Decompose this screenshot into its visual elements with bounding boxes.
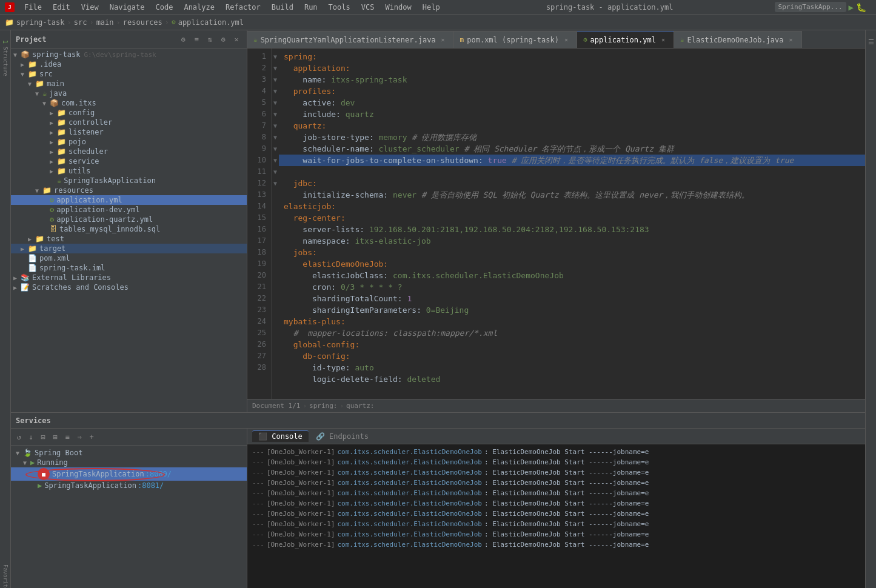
tab-elastic-demo[interactable]: ☕ ElasticDemoOneJob.java ✕ (674, 31, 802, 48)
bottom-panel: Services ↺ ↓ ⊟ ⊞ ≡ ⇒ + (11, 412, 865, 588)
services-item-app2[interactable]: ▶ ▶ SpringTaskApplication :8081/ (11, 481, 247, 490)
arrow-listener: ▶ (50, 129, 57, 136)
tab-java-icon-elastic: ☕ (680, 36, 684, 44)
panel-settings-btn[interactable]: ⚙ (178, 34, 189, 45)
structure-icon[interactable]: Structure (1, 52, 10, 70)
menu-analyze[interactable]: Analyze (179, 2, 219, 13)
menu-build[interactable]: Build (267, 2, 298, 13)
tree-item-src[interactable]: ▼ 📁 src (11, 69, 247, 79)
tree-item-idea[interactable]: ▶ 📁 .idea (11, 59, 247, 69)
menu-run[interactable]: Run (299, 2, 323, 13)
spring-boot-icon: 🍃 (23, 449, 32, 457)
src-icon-java: ☕ (42, 89, 47, 98)
menu-refactor[interactable]: Refactor (221, 2, 266, 13)
panel-tree-btn[interactable]: ≡ (191, 34, 202, 45)
services-refresh-btn[interactable]: ↺ (13, 432, 24, 443)
menu-window[interactable]: Window (380, 2, 416, 13)
right-icon-1[interactable]: ☰ (866, 33, 876, 51)
tree-item-scratches[interactable]: ▶ 📝 Scratches and Consoles (11, 282, 247, 292)
breadcrumb-resources[interactable]: resources (123, 18, 162, 27)
log-line: --- [OneJob_Worker-1] com.itxs.scheduler… (252, 498, 860, 509)
tree-item-controller[interactable]: ▶ 📁 controller (11, 118, 247, 127)
tree-item-spring-task-app[interactable]: ▶ ☕ SpringTaskApplication (11, 176, 247, 185)
tree-label-sql: tables_mysql_innodb.sql (59, 225, 160, 233)
tree-item-pojo[interactable]: ▶ 📁 pojo (11, 137, 247, 147)
tree-item-iml[interactable]: ▶ 📄 spring-task.iml (11, 263, 247, 273)
folder-icon-controller: 📁 (57, 118, 66, 127)
menu-view[interactable]: View (76, 2, 104, 13)
menu-vcs[interactable]: VCS (356, 2, 379, 13)
tree-item-utils[interactable]: ▶ 📁 utils (11, 166, 247, 176)
services-panel: ↺ ↓ ⊟ ⊞ ≡ ⇒ + ▼ 🍃 Spri (11, 429, 247, 588)
app1-stop-btn[interactable]: ■ (38, 468, 50, 480)
run-config-label: SpringTaskApp... (775, 2, 846, 12)
tree-item-resources[interactable]: ▼ 📁 resources (11, 185, 247, 195)
folder-icon-utils: 📁 (57, 167, 66, 175)
services-add-btn[interactable]: + (86, 432, 97, 443)
panel-title: Project (16, 35, 175, 44)
tab-application-yml[interactable]: ⚙ application.yml ✕ (577, 31, 674, 48)
console-tab-console[interactable]: ⬛ Console (252, 430, 309, 442)
panel-gear-btn[interactable]: ⚙ (218, 34, 229, 45)
services-item-app1[interactable]: ▶ ■ SpringTaskApplication :8080/ (11, 467, 247, 481)
services-item-running[interactable]: ▼ ▶ Running (11, 458, 247, 467)
console-tab-endpoints[interactable]: 🔗 Endpoints (310, 431, 375, 442)
tree-item-application-dev-yml[interactable]: ▶ ⚙ application-dev.yml (11, 205, 247, 215)
tab-pom[interactable]: m pom.xml (spring-task) ✕ (454, 31, 577, 48)
tree-item-target[interactable]: ▶ 📁 target (11, 244, 247, 253)
menu-help[interactable]: Help (418, 2, 445, 13)
tab-close-spring-quartz[interactable]: ✕ (439, 36, 447, 44)
tree-item-ext-libs[interactable]: ▶ 📚 External Libraries (11, 273, 247, 282)
tab-close-application-yml[interactable]: ✕ (659, 36, 667, 44)
tab-yaml-icon-application: ⚙ (583, 36, 587, 44)
code-editor[interactable]: spring: application: name: itxs-spring-t… (279, 48, 865, 399)
tree-item-pom[interactable]: ▶ 📄 pom.xml (11, 253, 247, 263)
tree-item-listener[interactable]: ▶ 📁 listener (11, 127, 247, 137)
editor-main: 12345 678910 1112131415 1617181920 21222… (247, 48, 865, 399)
tab-xml-icon-pom: m (460, 36, 464, 44)
running-icon: ▶ (30, 458, 35, 467)
services-auto-scroll-btn[interactable]: ⇒ (74, 432, 85, 443)
tree-label-idea: .idea (39, 60, 61, 68)
menu-file[interactable]: File (19, 2, 47, 13)
tree-item-application-yml[interactable]: ▶ ⚙ application.yml (11, 195, 247, 205)
panel-sort-btn[interactable]: ⇅ (204, 34, 215, 45)
breadcrumb-project[interactable]: spring-task (16, 18, 64, 27)
bottom-panel-header: Services (11, 413, 865, 429)
tree-item-com-itxs[interactable]: ▼ 📦 com.itxs (11, 98, 247, 108)
services-group-btn[interactable]: ⊞ (50, 432, 61, 443)
services-collapse-btn[interactable]: ⊟ (38, 432, 48, 443)
arrow-ext-libs: ▶ (13, 275, 21, 281)
services-filter-btn[interactable]: ≡ (62, 432, 73, 443)
services-label-app1-port[interactable]: :8080/ (145, 470, 172, 478)
tree-item-service[interactable]: ▶ 📁 service (11, 156, 247, 166)
tree-item-test[interactable]: ▶ 📁 test (11, 234, 247, 244)
tree-item-spring-task[interactable]: ▼ 📦 spring-task G:\dev\spring-task (11, 50, 247, 59)
menu-navigate[interactable]: Navigate (105, 2, 150, 13)
menu-edit[interactable]: Edit (48, 2, 75, 13)
breadcrumb-main[interactable]: main (96, 18, 114, 27)
tree-item-application-quartz-yml[interactable]: ▶ ⚙ application-quartz.yml (11, 215, 247, 224)
debug-button[interactable]: 🐛 (856, 2, 866, 12)
run-button[interactable]: ▶ (849, 2, 854, 12)
services-scroll-btn[interactable]: ↓ (25, 432, 36, 443)
services-item-spring-boot[interactable]: ▼ 🍃 Spring Boot (11, 448, 247, 458)
fold-gutter: ▼▼ ▼ ▼ ▼ ▼▼ ▼▼ ▼ ▼ ▼ (272, 48, 279, 399)
breadcrumb-file[interactable]: application.yml (178, 18, 244, 27)
tab-label-spring-quartz: SpringQuartzYamlApplicationListener.java (261, 36, 436, 44)
tree-item-sql[interactable]: ▶ 🗄 tables_mysql_innodb.sql (11, 224, 247, 234)
services-label-app2-port[interactable]: :8081/ (138, 481, 164, 490)
tab-close-elastic-demo[interactable]: ✕ (787, 36, 795, 44)
tab-spring-quartz[interactable]: ☕ SpringQuartzYamlApplicationListener.ja… (247, 31, 454, 48)
tree-item-config[interactable]: ▶ 📁 config (11, 108, 247, 118)
menu-tools[interactable]: Tools (324, 2, 355, 13)
tree-item-java[interactable]: ▼ ☕ java (11, 89, 247, 98)
breadcrumb-src[interactable]: src (74, 18, 87, 27)
tab-close-pom[interactable]: ✕ (562, 36, 570, 44)
arrow-src: ▼ (21, 71, 28, 78)
tree-item-main[interactable]: ▼ 📁 main (11, 79, 247, 89)
tree-item-scheduler[interactable]: ▶ 📁 scheduler (11, 147, 247, 156)
panel-close-btn[interactable]: ✕ (231, 34, 242, 45)
menu-code[interactable]: Code (151, 2, 178, 13)
favorites-icon[interactable]: Favorites (1, 570, 10, 588)
